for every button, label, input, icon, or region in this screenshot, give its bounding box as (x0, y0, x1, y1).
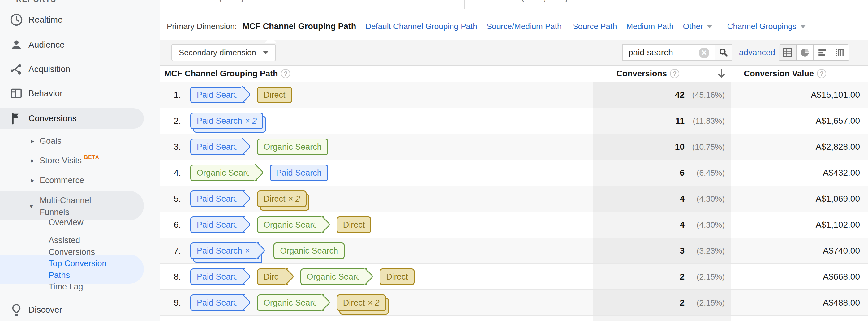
dimension-link-default-channel-grouping-path[interactable]: Default Channel Grouping Path (365, 22, 477, 31)
conversions-cell: 2(2.15%) (593, 290, 731, 315)
clipped-text-fragment: ( , ) (521, 0, 583, 5)
sidebar-item-label: Time Lag (49, 282, 83, 292)
person-icon (8, 36, 25, 54)
sidebar-item-discover[interactable]: Discover (0, 300, 160, 320)
report-content: ( ) ( , ) Primary Dimension: MCF Channel… (160, 0, 868, 321)
conversions-cell: 10(10.75%) (593, 134, 731, 160)
table-row: 4. Organic Search Paid Search 6(6.45%) A… (160, 160, 868, 186)
search-button[interactable] (715, 44, 732, 61)
dimension-link-source-path[interactable]: Source Path (572, 22, 617, 31)
channel-badge-organic-search: Organic Search (300, 268, 368, 285)
conversion-value-cell: A$432.00 (731, 160, 868, 186)
pivot-icon (835, 47, 845, 58)
dimension-other-dropdown[interactable]: Other (683, 22, 712, 31)
help-icon[interactable]: ? (817, 69, 826, 78)
sidebar-item-time-lag[interactable]: Time Lag (0, 278, 160, 296)
channel-badge-paid-search: Paid Search (190, 87, 245, 103)
dimension-link-medium-path[interactable]: Medium Path (626, 22, 674, 31)
channel-groupings-dropdown[interactable]: Channel Groupings (727, 22, 806, 31)
channel-badge-paid-search: Paid Search (190, 138, 245, 155)
clock-icon (8, 11, 25, 28)
row-number: 1. (160, 90, 181, 100)
conversion-value-cell: A$1,102.00 (731, 212, 868, 237)
conversions-cell: 4(4.30%) (593, 186, 731, 212)
column-header-path[interactable]: MCF Channel Grouping Path ? (164, 66, 290, 82)
channel-badge-paid-search: Paid Search (190, 268, 245, 285)
reports-section-label: REPORTS (16, 0, 56, 2)
sidebar-item-store-visits[interactable]: ▸ Store VisitsBETA (0, 151, 160, 170)
table-row: 5. Paid Search Direct× 2 4(4.30%) A$1,06… (160, 186, 868, 212)
table-grid-icon (783, 47, 793, 58)
table-header: MCF Channel Grouping Path ? Conversions … (160, 66, 868, 82)
path-cell: 4. Organic Search Paid Search (160, 160, 593, 186)
path-cell: 7. Paid Search× 2 Organic Search (160, 238, 593, 263)
pivot-view-button[interactable] (831, 45, 848, 60)
performance-view-button[interactable] (814, 45, 831, 60)
path-cell: 2. Paid Search× 2 (160, 108, 593, 134)
advanced-search-link[interactable]: advanced (739, 40, 775, 66)
percentage-view-button[interactable] (797, 45, 814, 60)
conversion-value-cell: A$2,828.00 (731, 134, 868, 160)
sidebar-item-behavior[interactable]: › Behavior (0, 83, 160, 104)
sidebar-item-overview[interactable]: Overview (0, 213, 160, 232)
help-icon[interactable]: ? (670, 69, 679, 78)
sidebar-item-ecommerce[interactable]: ▸ Ecommerce (0, 171, 160, 190)
channel-badge-direct: Direct (337, 217, 372, 233)
row-number: 3. (160, 142, 181, 152)
primary-dimension-label: Primary Dimension: (167, 22, 237, 31)
channel-badge-paid-search-x2: Paid Search× 2 (190, 113, 263, 129)
sidebar-item-label: Acquisition (28, 64, 70, 74)
sidebar-item-audience[interactable]: › Audience (0, 35, 160, 55)
sort-descending-icon[interactable] (716, 68, 726, 79)
channel-badge-organic-search: Organic Search (257, 217, 324, 233)
sidebar-item-realtime[interactable]: › Realtime (0, 9, 160, 30)
chevron-down-icon (707, 25, 712, 28)
conversions-cell: 3(3.23%) (593, 238, 731, 263)
clear-search-icon[interactable]: ✕ (699, 47, 709, 58)
secondary-dimension-button[interactable]: Secondary dimension (172, 44, 276, 61)
table-search-group: ✕ (622, 44, 732, 61)
sidebar-item-goals[interactable]: ▸ Goals (0, 132, 160, 150)
acquisition-icon (8, 61, 25, 78)
conversion-value-cell: A$1,657.00 (731, 108, 868, 134)
channel-badge-direct-x2: Direct× 2 (337, 294, 386, 311)
chevron-down-icon (800, 25, 806, 28)
sidebar-item-label: Discover (28, 305, 62, 315)
conversions-cell: 6(6.45%) (593, 160, 731, 186)
table-row: 3. Paid Search Organic Search 10(10.75%)… (160, 134, 868, 160)
data-table-view-button[interactable] (779, 45, 797, 60)
conversion-value-cell: A$488.00 (731, 290, 868, 315)
channel-badge-organic-search: Organic Search (190, 164, 257, 181)
column-header-conversion-value[interactable]: Conversion Value ? (731, 66, 868, 82)
row-number: 9. (160, 298, 181, 308)
help-icon[interactable]: ? (281, 69, 290, 78)
column-divider (464, 0, 465, 9)
channel-badge-direct: Direct (379, 268, 414, 285)
path-cell: 9. Paid Search Organic Search Direct× 2 (160, 290, 593, 315)
path-cell: 8. Paid Search Direct Organic Search Dir… (160, 264, 593, 289)
sidebar-item-label: Realtime (28, 15, 62, 25)
table-controls-bar: Secondary dimension ✕ advanced (160, 40, 868, 66)
row-number: 8. (160, 272, 181, 282)
sidebar-item-conversions[interactable]: ▾ Conversions (0, 108, 144, 129)
row-number: 5. (160, 194, 181, 204)
sidebar-item-label: Behavior (28, 89, 63, 98)
dimension-selected-mcf-channel-grouping-path[interactable]: MCF Channel Grouping Path (243, 22, 356, 31)
table-body: 1. Paid Search Direct 42(45.16%) A$15,10… (160, 82, 868, 321)
selected-dimension-pointer (265, 35, 276, 43)
chevron-right-icon: ▸ (31, 157, 34, 164)
conversion-value-cell: A$740.00 (731, 238, 868, 263)
dimension-link-source-medium-path[interactable]: Source/Medium Path (487, 22, 562, 31)
column-header-conversions[interactable]: Conversions ? (593, 66, 731, 82)
table-row: 8. Paid Search Direct Organic Search Dir… (160, 264, 868, 290)
chevron-down-icon: ▾ (30, 202, 33, 210)
sidebar-item-label: Store VisitsBETA (40, 156, 97, 165)
channel-badge-direct: Direct (257, 268, 288, 285)
table-row-partial (160, 316, 868, 321)
clipped-text-fragment: ( ) (219, 0, 253, 5)
channel-badge-paid-search: Paid Search (190, 217, 245, 233)
sidebar-item-acquisition[interactable]: › Acquisition (0, 59, 160, 79)
bars-icon (817, 47, 828, 58)
table-row: 9. Paid Search Organic Search Direct× 2 … (160, 290, 868, 316)
conversions-cell: 4(4.30%) (593, 212, 731, 237)
